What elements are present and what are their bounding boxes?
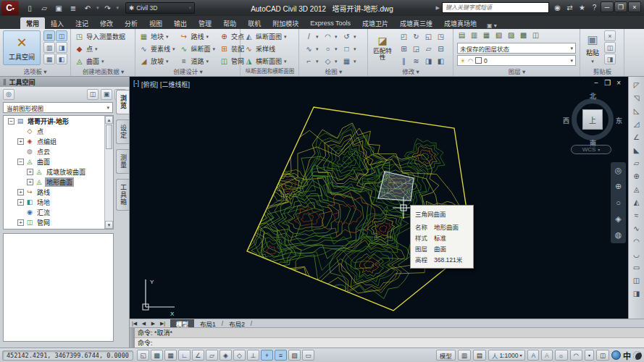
toolspace-tab-设定[interactable]: 设定 xyxy=(116,119,129,144)
wcs-dropdown[interactable]: WCS▾ xyxy=(571,145,611,154)
tree-item[interactable]: −◬曲面 xyxy=(4,156,113,167)
compass-east-label[interactable]: 东 xyxy=(616,116,622,125)
layer-tool-icon[interactable]: ▦ xyxy=(482,30,491,40)
modify-tool[interactable]: ◱ xyxy=(422,30,435,43)
import-survey-data[interactable]: ◳导入测量数据 xyxy=(73,30,127,43)
match-properties-button[interactable]: ◪ 匹配特性 xyxy=(371,30,394,65)
toolbar-lock-icon[interactable]: ◠ xyxy=(570,350,582,361)
ribbon-tab-分析[interactable]: 分析 xyxy=(119,17,143,29)
ribbon-tab-视图[interactable]: 视图 xyxy=(143,17,168,29)
ribbon-tab-帮助[interactable]: 帮助 xyxy=(217,17,242,29)
navbar-icon[interactable]: ◎ xyxy=(615,166,622,175)
search-binoculars-icon[interactable]: ◉ xyxy=(551,2,564,13)
layer-tool-icon[interactable]: ▧ xyxy=(494,30,503,40)
last-tab-icon[interactable]: ▶| xyxy=(158,321,167,327)
copy-view-icon[interactable]: ◫ xyxy=(87,89,99,100)
search-icon[interactable]: ◎ xyxy=(3,89,14,100)
palette-tool-icon[interactable]: ▦ xyxy=(43,54,55,64)
save-icon[interactable]: ▣ xyxy=(52,2,65,14)
expand-icon[interactable]: + xyxy=(17,138,24,145)
tray-network-icon[interactable] xyxy=(611,350,621,360)
toggle-snap-mode[interactable]: ▩ xyxy=(151,350,163,361)
design-纵断面[interactable]: ∿纵断面▾ xyxy=(178,43,217,55)
tree-scrollbar[interactable]: ▲ ▼ xyxy=(104,116,113,229)
panel-label[interactable]: 绘图 ▾ xyxy=(300,67,367,75)
ribbon-minimize-icon[interactable]: ▣ ▾ xyxy=(487,22,497,29)
toggle-grid-display[interactable]: ▦ xyxy=(164,350,177,361)
quick-view-drawings-button[interactable]: ▤ xyxy=(473,350,486,361)
modify-tool[interactable]: ◨ xyxy=(422,55,435,67)
view-control[interactable]: [俯视] xyxy=(141,80,158,89)
design-路线[interactable]: ↪路线▾ xyxy=(178,30,217,43)
ribbon-tab-管理[interactable]: 管理 xyxy=(193,17,217,29)
toggle-object-snap[interactable]: ▱ xyxy=(206,350,218,361)
design-道路[interactable]: ≡道路▾ xyxy=(178,55,217,67)
toggle-polar-tracking[interactable]: ∠ xyxy=(192,350,204,361)
visual-style-control[interactable]: [二维线框] xyxy=(160,80,190,89)
section-views[interactable]: ◮横断面图▾ xyxy=(243,55,288,67)
model-space-button[interactable]: 模型 xyxy=(436,350,456,361)
viewcube-top-face[interactable]: 上 xyxy=(582,109,603,130)
panel-label[interactable]: 修改 ▾ xyxy=(369,67,453,75)
expand-icon[interactable]: + xyxy=(17,189,24,195)
viewport-menu[interactable]: [-] xyxy=(133,80,139,89)
transparent-command-icon[interactable]: ◭ xyxy=(630,195,643,209)
transparent-command-icon[interactable]: ▭ xyxy=(630,261,643,274)
ribbon-tab-Express Tools[interactable]: Express Tools xyxy=(304,17,356,29)
layout-tab-布局2[interactable]: 布局2 xyxy=(223,319,251,328)
viewcube[interactable]: 上 北 南 西 东 xyxy=(572,98,614,140)
draw-tool[interactable]: ∿▾ xyxy=(303,43,322,55)
layer-tool-icon[interactable]: ▨ xyxy=(506,30,516,40)
draw-tool[interactable]: ◇▾ xyxy=(322,55,340,67)
draw-tool[interactable]: ↺▾ xyxy=(340,30,359,43)
exchange-icon[interactable]: ⇄ xyxy=(564,2,576,13)
expand-icon[interactable]: + xyxy=(17,199,24,206)
paste-special-icon[interactable]: ◨ xyxy=(604,54,616,64)
toggle-quick-properties[interactable]: ▭ xyxy=(302,350,314,361)
modify-tool[interactable]: ≋ xyxy=(410,55,422,67)
annotation-visibility-button[interactable]: A xyxy=(527,350,539,361)
next-tab-icon[interactable]: ▶ xyxy=(149,321,158,327)
toggle-ortho-mode[interactable]: ∟ xyxy=(178,350,191,361)
modify-tool[interactable]: ⊟ xyxy=(435,43,447,55)
help-icon[interactable]: ? xyxy=(588,2,601,13)
layer-tool-icon[interactable]: ▩ xyxy=(519,30,528,40)
tree-item[interactable]: +◬地形曲面 xyxy=(4,177,113,187)
ribbon-tab-成塘卫片[interactable]: 成塘卫片 xyxy=(356,17,394,29)
expand-icon[interactable]: + xyxy=(27,169,33,175)
ribbon-tab-联机[interactable]: 联机 xyxy=(242,17,267,29)
tree-item[interactable]: +◈点编组 xyxy=(4,136,113,146)
quick-view-layouts-button[interactable]: ▥ xyxy=(458,350,471,361)
modify-tool[interactable]: ◲ xyxy=(410,43,422,55)
toggle-object-snap-tracking[interactable]: ◇ xyxy=(233,350,246,361)
panel-label[interactable]: 创建地面数据 ▾ xyxy=(72,67,135,75)
toggle-dynamic-input[interactable]: + xyxy=(261,350,273,361)
transparent-command-icon[interactable]: ◠ xyxy=(630,235,643,248)
compass-west-label[interactable]: 西 xyxy=(563,116,569,125)
doc-close-button[interactable]: × xyxy=(616,79,621,87)
transparent-command-icon[interactable]: ▱ xyxy=(630,156,643,169)
layer-dropdown[interactable]: ☀ ◠ 0 ▾ xyxy=(457,55,576,66)
layer-tool-icon[interactable]: ▤ xyxy=(457,30,467,40)
toggle-lineweight[interactable]: ≡ xyxy=(275,350,287,361)
transparent-command-icon[interactable]: ∠ xyxy=(630,130,643,143)
ribbon-tab-成塘真三维[interactable]: 成塘真三维 xyxy=(394,17,438,29)
transparent-command-icon[interactable]: ≈ xyxy=(630,209,643,222)
ribbon-tab-附加模块[interactable]: 附加模块 xyxy=(267,17,304,29)
tree-item[interactable]: ◍点云 xyxy=(4,146,113,156)
favorites-star-icon[interactable]: ★ xyxy=(576,2,588,13)
undo-icon[interactable]: ↶ xyxy=(81,2,94,14)
restore-button[interactable]: ❐ xyxy=(614,1,627,12)
transparent-command-icon[interactable]: ◺ xyxy=(630,104,643,117)
transparent-command-icon[interactable]: ◬ xyxy=(630,182,643,195)
modify-tool[interactable]: ∥ xyxy=(398,55,410,67)
palette-tool-icon[interactable]: ◫ xyxy=(56,30,67,41)
panel-label[interactable]: 纵断面图和横断面图 xyxy=(241,67,298,75)
modify-tool[interactable]: ⊞ xyxy=(398,43,410,55)
plot-icon[interactable]: ≣ xyxy=(67,2,80,14)
toggle-infer-constraints[interactable]: ◱ xyxy=(137,350,149,361)
panel-label[interactable]: 创建设计 ▾ xyxy=(136,67,240,75)
navbar-icon[interactable]: ◈ xyxy=(615,214,621,224)
tree-item[interactable]: ◇点 xyxy=(4,126,113,136)
layer-tool-icon[interactable]: ▥ xyxy=(469,30,479,40)
